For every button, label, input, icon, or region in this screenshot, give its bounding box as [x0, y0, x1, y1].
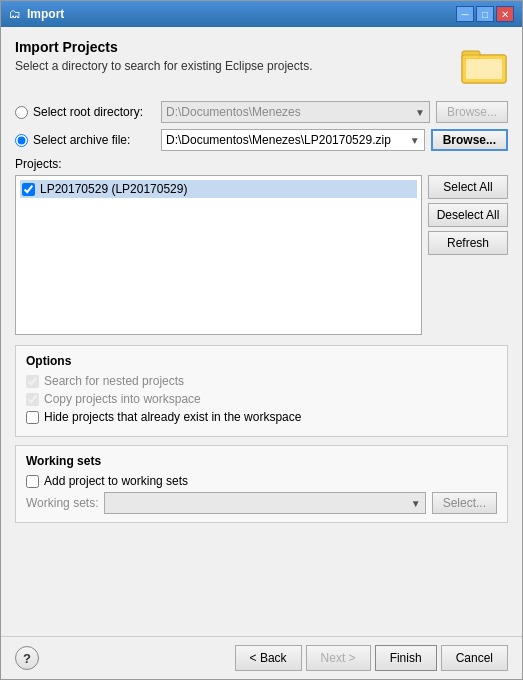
- cancel-button[interactable]: Cancel: [441, 645, 508, 671]
- working-sets-title: Working sets: [26, 454, 497, 468]
- deselect-all-button[interactable]: Deselect All: [428, 203, 508, 227]
- root-directory-row: Select root directory: D:\Documentos\Men…: [15, 101, 508, 123]
- list-item[interactable]: LP20170529 (LP20170529): [20, 180, 417, 198]
- root-directory-combo[interactable]: D:\Documentos\Menezes ▼: [161, 101, 430, 123]
- projects-buttons: Select All Deselect All Refresh: [428, 175, 508, 335]
- working-sets-combo[interactable]: ▼: [104, 492, 425, 514]
- dialog-title: Import Projects: [15, 39, 312, 55]
- minimize-button[interactable]: ─: [456, 6, 474, 22]
- title-bar-left: 🗂 Import: [9, 7, 64, 21]
- working-sets-arrow: ▼: [411, 498, 421, 509]
- option-label-1: Copy projects into workspace: [44, 392, 201, 406]
- add-to-working-sets-label: Add project to working sets: [44, 474, 188, 488]
- options-title: Options: [26, 354, 497, 368]
- header-text: Import Projects Select a directory to se…: [15, 39, 312, 73]
- dialog-content: Import Projects Select a directory to se…: [1, 27, 522, 636]
- option-label-2: Hide projects that already exist in the …: [44, 410, 301, 424]
- svg-rect-4: [466, 59, 502, 79]
- header-section: Import Projects Select a directory to se…: [15, 39, 508, 87]
- next-button[interactable]: Next >: [306, 645, 371, 671]
- option-checkbox-2[interactable]: [26, 411, 39, 424]
- working-sets-section: Working sets Add project to working sets…: [15, 445, 508, 523]
- window-title: Import: [27, 7, 64, 21]
- help-button[interactable]: ?: [15, 646, 39, 670]
- root-directory-browse[interactable]: Browse...: [436, 101, 508, 123]
- project-name: LP20170529 (LP20170529): [40, 182, 187, 196]
- option-label-0: Search for nested projects: [44, 374, 184, 388]
- option-checkbox-1[interactable]: [26, 393, 39, 406]
- dialog-subtitle: Select a directory to search for existin…: [15, 59, 312, 73]
- back-button[interactable]: < Back: [235, 645, 302, 671]
- folder-icon: [460, 39, 508, 87]
- maximize-button[interactable]: □: [476, 6, 494, 22]
- close-button[interactable]: ✕: [496, 6, 514, 22]
- finish-button[interactable]: Finish: [375, 645, 437, 671]
- project-checkbox[interactable]: [22, 183, 35, 196]
- select-all-button[interactable]: Select All: [428, 175, 508, 199]
- bottom-bar: ? < Back Next > Finish Cancel: [1, 636, 522, 679]
- archive-file-combo[interactable]: D:\Documentos\Menezes\LP20170529.zip ▼: [161, 129, 425, 151]
- archive-file-radio[interactable]: [15, 134, 28, 147]
- options-section: Options Search for nested projects Copy …: [15, 345, 508, 437]
- archive-file-browse[interactable]: Browse...: [431, 129, 508, 151]
- root-directory-label[interactable]: Select root directory:: [15, 105, 155, 119]
- add-to-working-sets-row: Add project to working sets: [26, 474, 497, 488]
- working-sets-select-button[interactable]: Select...: [432, 492, 497, 514]
- archive-file-row: Select archive file: D:\Documentos\Menez…: [15, 129, 508, 151]
- archive-file-label[interactable]: Select archive file:: [15, 133, 155, 147]
- add-to-working-sets-checkbox[interactable]: [26, 475, 39, 488]
- root-directory-radio[interactable]: [15, 106, 28, 119]
- archive-file-arrow: ▼: [410, 135, 420, 146]
- nav-buttons: < Back Next > Finish Cancel: [235, 645, 508, 671]
- projects-list[interactable]: LP20170529 (LP20170529): [15, 175, 422, 335]
- title-bar: 🗂 Import ─ □ ✕: [1, 1, 522, 27]
- working-sets-label: Working sets:: [26, 496, 98, 510]
- option-row-2: Hide projects that already exist in the …: [26, 410, 497, 424]
- import-dialog: 🗂 Import ─ □ ✕ Import Projects Select a …: [0, 0, 523, 680]
- window-icon: 🗂: [9, 7, 21, 21]
- root-directory-arrow: ▼: [415, 107, 425, 118]
- projects-area: LP20170529 (LP20170529) Select All Desel…: [15, 175, 508, 335]
- option-checkbox-0[interactable]: [26, 375, 39, 388]
- projects-label: Projects:: [15, 157, 508, 171]
- option-row-1: Copy projects into workspace: [26, 392, 497, 406]
- refresh-button[interactable]: Refresh: [428, 231, 508, 255]
- title-bar-buttons: ─ □ ✕: [456, 6, 514, 22]
- working-sets-row: Working sets: ▼ Select...: [26, 492, 497, 514]
- option-row-0: Search for nested projects: [26, 374, 497, 388]
